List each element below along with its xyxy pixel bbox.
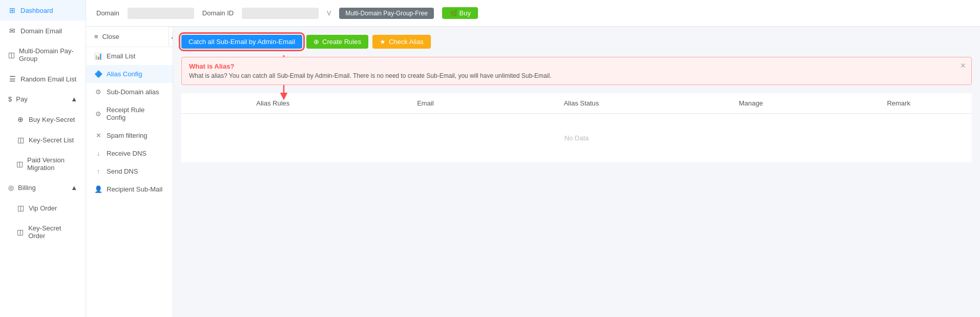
billing-icon: ◎ — [8, 184, 14, 192]
col-remark: Remark — [825, 93, 972, 114]
no-data-cell: No Data — [181, 114, 972, 163]
sidebar-item-buy-key-secret[interactable]: ⊕ Buy Key-Secret — [0, 109, 86, 130]
send-dns-icon: ↑ — [94, 167, 102, 175]
info-box-close-button[interactable]: ✕ — [960, 61, 966, 70]
sub-nav-label: Sub-Domain alias — [107, 88, 159, 96]
sub-nav-alias-config[interactable]: 🔷 Alias Config — [86, 65, 173, 83]
sidebar-item-label: Key-Secret List — [29, 136, 74, 144]
sidebar-item-label: Paid Version Migration — [27, 156, 77, 172]
sidebar-item-vip-order[interactable]: ◫ Vip Order — [0, 198, 86, 218]
recipient-icon: 👤 — [94, 185, 102, 193]
sidebar-item-dashboard[interactable]: ⊞ Dashboard — [0, 0, 86, 20]
sidebar-item-domain-email[interactable]: ✉ Domain Email — [0, 20, 86, 41]
alias-icon: 🔷 — [94, 70, 102, 78]
catch-sub-email-button[interactable]: Catch all Sub-Email by Admin-Email — [181, 35, 302, 49]
sub-nav-label: Receive DNS — [107, 150, 147, 157]
no-data-row: No Data — [181, 114, 972, 163]
sub-nav-label: Recipient Sub-Mail — [107, 185, 162, 193]
migration-icon: ◫ — [16, 160, 23, 168]
dashboard-icon: ⊞ — [8, 6, 16, 14]
sidebar-item-random-email[interactable]: ☰ Random Email List — [0, 69, 86, 89]
sidebar-item-label: Billing — [18, 184, 36, 192]
close-label: Close — [102, 33, 119, 40]
sidebar-item-label: Random Email List — [20, 75, 76, 83]
create-rules-button[interactable]: ⊕ Create Rules — [306, 35, 368, 49]
sub-domain-icon: ⚙ — [94, 88, 102, 96]
sidebar-item-label: Vip Order — [29, 204, 57, 212]
version-button[interactable]: Multi-Domain Pay-Group-Free — [339, 8, 434, 19]
col-email: Email — [365, 93, 487, 114]
key-list-icon: ◫ — [16, 136, 25, 144]
menu-icon: ≡ — [94, 33, 98, 40]
sub-nav-label: Send DNS — [107, 167, 138, 175]
sidebar-item-label: Multi-Domain Pay-Group — [19, 47, 77, 62]
sidebar-item-billing[interactable]: ◎ Billing ▲ — [0, 178, 86, 198]
list-icon: ☰ — [8, 75, 16, 83]
buy-button[interactable]: 🌿 Buy — [442, 7, 478, 19]
sub-nav-label: Receipt Rule Config — [107, 106, 164, 121]
sidebar-item-label: Domain Email — [20, 27, 62, 35]
sub-nav-label: Email List — [107, 52, 135, 60]
content-area: ▲ ≡ Close 📊 Email List 🔷 Alias Config ⚙ … — [86, 27, 980, 317]
sidebar-item-pay[interactable]: $ Pay ▲ — [0, 89, 86, 109]
alias-table: Alias Rules Email Alias Status Manage Re… — [181, 93, 972, 162]
multi-domain-icon: ◫ — [8, 51, 15, 59]
sub-nav-close[interactable]: ≡ Close — [86, 27, 173, 47]
sidebar-item-paid-migration[interactable]: ◫ Paid Version Migration — [0, 150, 86, 178]
page-content: Catch all Sub-Email by Admin-Email ⊕ Cre… — [173, 27, 980, 317]
version-label: V — [327, 10, 331, 17]
star-icon: ★ — [380, 38, 386, 46]
topbar: Domain Domain ID V Multi-Domain Pay-Grou… — [86, 0, 980, 27]
receive-dns-icon: ↓ — [94, 150, 102, 157]
email-icon: ✉ — [8, 27, 16, 35]
domain-id-value — [242, 8, 319, 19]
vip-icon: ◫ — [16, 204, 25, 212]
col-alias-rules: Alias Rules — [181, 93, 365, 114]
sub-nav-receive-dns[interactable]: ↓ Receive DNS — [86, 144, 173, 162]
sidebar-item-label: Pay — [16, 95, 27, 103]
pay-icon: $ — [8, 95, 12, 103]
spam-icon: ✕ — [94, 132, 102, 139]
sidebar: ⊞ Dashboard ✉ Domain Email ◫ Multi-Domai… — [0, 0, 86, 317]
sub-nav-send-dns[interactable]: ↑ Send DNS — [86, 162, 173, 180]
info-box-text: What is alias? You can catch all Sub-Ema… — [189, 72, 964, 79]
sub-nav-sub-domain-alias[interactable]: ⚙ Sub-Domain alias — [86, 83, 173, 101]
check-alias-button[interactable]: ★ Check Alias — [372, 35, 431, 49]
key-order-icon: ◫ — [16, 228, 24, 236]
plus-circle-icon: ⊕ — [314, 38, 319, 46]
sidebar-item-label: Buy Key-Secret — [29, 116, 75, 123]
sub-nav-label: Spam filtering — [107, 132, 147, 139]
chevron-up-icon: ▲ — [71, 95, 77, 103]
sidebar-item-key-secret-list[interactable]: ◫ Key-Secret List — [0, 130, 86, 150]
action-bar: Catch all Sub-Email by Admin-Email ⊕ Cre… — [181, 35, 972, 49]
domain-label: Domain — [96, 9, 119, 17]
sub-nav: ▲ ≡ Close 📊 Email List 🔷 Alias Config ⚙ … — [86, 27, 173, 317]
collapse-sub-nav-button[interactable]: ▲ — [169, 27, 173, 47]
sub-nav-receipt-rule[interactable]: ⚙ Receipt Rule Config — [86, 101, 173, 126]
sub-nav-email-list[interactable]: 📊 Email List — [86, 47, 173, 65]
sub-nav-recipient-sub-mail[interactable]: 👤 Recipient Sub-Mail — [86, 180, 173, 198]
bar-chart-icon: 📊 — [94, 52, 102, 60]
col-alias-status: Alias Status — [486, 93, 676, 114]
sidebar-item-key-secret-order[interactable]: ◫ Key-Secret Order — [0, 218, 86, 246]
sub-nav-spam-filtering[interactable]: ✕ Spam filtering — [86, 126, 173, 144]
buy-key-icon: ⊕ — [16, 115, 25, 123]
main-content: Domain Domain ID V Multi-Domain Pay-Grou… — [86, 0, 980, 317]
check-alias-label: Check Alias — [389, 38, 424, 46]
sidebar-item-label: Key-Secret Order — [28, 224, 77, 240]
domain-id-label: Domain ID — [202, 9, 234, 17]
create-rules-label: Create Rules — [322, 38, 361, 46]
chevron-up-icon: ▲ — [71, 184, 77, 192]
receipt-icon: ⚙ — [94, 110, 102, 118]
sub-nav-label: Alias Config — [107, 70, 142, 78]
sidebar-item-label: Dashboard — [20, 7, 53, 14]
domain-value — [128, 8, 194, 19]
col-manage: Manage — [676, 93, 825, 114]
sidebar-item-multi-domain[interactable]: ◫ Multi-Domain Pay-Group — [0, 41, 86, 69]
alias-info-box: What is Alias? What is alias? You can ca… — [181, 57, 972, 85]
info-box-title: What is Alias? — [189, 62, 964, 70]
